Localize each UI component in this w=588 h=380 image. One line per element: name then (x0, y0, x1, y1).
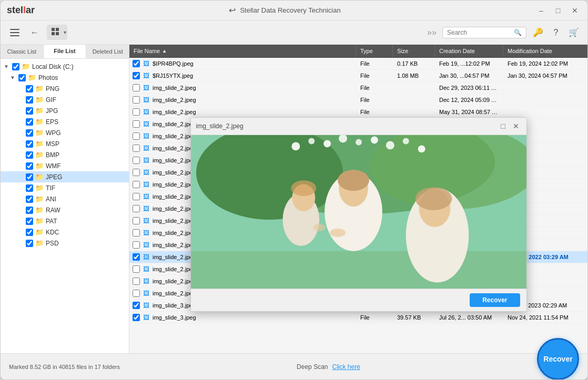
prev-arrow-button[interactable]: »» (425, 26, 438, 39)
tree-item-msp[interactable]: 📁 MSP (1, 138, 129, 149)
table-row: 🖼 img_slide_2.jpeg File Dec 12, 2024 05:… (129, 94, 587, 106)
tree-item-local-disk[interactable]: ▼ 📁 Local Disk (C:) (1, 61, 129, 72)
tree-item-jpeg[interactable]: 📁 JPEG (1, 171, 129, 182)
help-icon-button[interactable]: ? (549, 25, 563, 40)
folder-icon: 📁 (35, 129, 44, 137)
key-icon-button[interactable]: 🔑 (531, 25, 545, 40)
tree-checkbox-eps[interactable] (26, 118, 33, 126)
tree-item-png[interactable]: 📁 PNG (1, 83, 129, 94)
tab-classic-list[interactable]: Classic List (1, 45, 44, 58)
tree-checkbox-psd[interactable] (26, 240, 33, 247)
click-here-link[interactable]: Click here (332, 363, 360, 371)
header-type[interactable]: Type (356, 45, 393, 57)
file-name: img_slide_2.jpeg (153, 85, 196, 91)
file-checkbox[interactable] (133, 241, 140, 249)
file-checkbox[interactable] (133, 229, 140, 237)
preview-recover-button[interactable]: Recover (470, 293, 520, 307)
tree-item-pat[interactable]: 📁 PAT (1, 215, 129, 227)
grid-view-button[interactable] (48, 26, 63, 39)
sort-arrow-icon: ▲ (162, 48, 167, 54)
tree-item-raw[interactable]: 📁 RAW (1, 204, 129, 215)
file-checkbox[interactable] (133, 181, 140, 188)
search-icon: 🔍 (514, 29, 522, 36)
tree-checkbox-png[interactable] (26, 85, 33, 93)
file-name: img_slide_2.jpeg (153, 218, 196, 224)
preview-close-button[interactable]: ✕ (511, 121, 521, 131)
file-checkbox[interactable] (133, 265, 140, 273)
tree-checkbox-wpg[interactable] (26, 129, 33, 137)
table-row: 🖼 $IPR4BPQ.jpeg File 0.17 KB Feb 19, ...… (129, 58, 587, 70)
header-modification[interactable]: Modification Date (503, 45, 587, 57)
file-checkbox[interactable] (133, 278, 140, 285)
svg-point-28 (313, 224, 326, 231)
header-size[interactable]: Size (393, 45, 435, 57)
tree-item-wmf[interactable]: 📁 WMF (1, 160, 129, 171)
file-checkbox[interactable] (133, 120, 140, 128)
file-checkbox[interactable] (133, 314, 140, 321)
file-name-cell[interactable]: 🖼 img_slide_2.jpeg (129, 84, 356, 91)
cart-icon-button[interactable]: 🛒 (566, 25, 581, 40)
svg-point-26 (415, 187, 452, 210)
tree-checkbox-wmf[interactable] (26, 162, 33, 170)
tree-checkbox-kdc[interactable] (26, 229, 33, 236)
file-name-cell[interactable]: 🖼 $RJ15YTX.jpeg (129, 72, 356, 79)
tree-item-gif[interactable]: 📁 GIF (1, 94, 129, 105)
file-checkbox[interactable] (133, 72, 140, 79)
file-name-cell[interactable]: 🖼 img_slide_2.jpeg (129, 96, 356, 104)
tree-item-eps[interactable]: 📁 EPS (1, 116, 129, 127)
file-checkbox[interactable] (133, 84, 140, 91)
header-creation[interactable]: Creation Date (435, 45, 503, 57)
tab-deleted-list[interactable]: Deleted List (86, 45, 129, 58)
tree-checkbox-pat[interactable] (26, 218, 33, 225)
close-button[interactable]: ✕ (569, 4, 581, 17)
tree-item-bmp[interactable]: 📁 BMP (1, 149, 129, 160)
tree-label-wmf: WMF (46, 162, 61, 170)
file-checkbox[interactable] (133, 96, 140, 104)
file-creation: Jan 30, ...04:57 PM (435, 71, 503, 80)
file-checkbox[interactable] (133, 290, 140, 297)
tree-checkbox-raw[interactable] (26, 207, 33, 214)
minimize-button[interactable]: – (535, 4, 548, 17)
tree-checkbox-photos[interactable] (18, 74, 26, 81)
file-name-cell[interactable]: 🖼 img_slide_3.jpeg (129, 314, 356, 321)
tree-checkbox-msp[interactable] (26, 140, 33, 148)
preview-restore-button[interactable]: □ (498, 121, 509, 131)
search-input[interactable] (447, 29, 511, 36)
file-checkbox[interactable] (133, 253, 140, 261)
file-checkbox[interactable] (133, 157, 140, 164)
tree-checkbox-local-disk[interactable] (12, 63, 19, 70)
tree-checkbox-gif[interactable] (26, 96, 33, 104)
tree-item-kdc[interactable]: 📁 KDC (1, 227, 129, 238)
file-checkbox[interactable] (133, 169, 140, 176)
header-filename[interactable]: File Name ▲ (129, 45, 356, 57)
tree-checkbox-jpg[interactable] (26, 107, 33, 115)
tab-file-list[interactable]: File List (44, 45, 87, 58)
tree-item-psd[interactable]: 📁 PSD (1, 238, 129, 249)
tree-item-jpg[interactable]: 📁 JPG (1, 105, 129, 116)
folder-icon: 📁 (22, 63, 30, 70)
menu-button[interactable] (7, 25, 23, 40)
file-checkbox[interactable] (133, 60, 140, 67)
tree-item-tif[interactable]: 📁 TIF (1, 182, 129, 193)
tree-item-photos[interactable]: ▼ 📁 Photos (1, 72, 129, 83)
file-checkbox[interactable] (133, 217, 140, 224)
tree-checkbox-bmp[interactable] (26, 151, 33, 159)
tree-checkbox-jpeg[interactable] (26, 173, 33, 181)
file-type: File (356, 59, 393, 68)
file-name-cell[interactable]: 🖼 img_slide_2.jpeg (129, 108, 356, 116)
file-checkbox[interactable] (133, 193, 140, 200)
file-checkbox[interactable] (133, 145, 140, 152)
tree-item-wpg[interactable]: 📁 WPG (1, 127, 129, 138)
tree-label-psd: PSD (46, 240, 59, 247)
file-checkbox[interactable] (133, 108, 140, 116)
file-checkbox[interactable] (133, 205, 140, 212)
file-checkbox[interactable] (133, 302, 140, 309)
file-name-cell[interactable]: 🖼 $IPR4BPQ.jpeg (129, 60, 356, 67)
maximize-button[interactable]: □ (552, 4, 564, 17)
tree-checkbox-ani[interactable] (26, 196, 33, 203)
file-checkbox[interactable] (133, 132, 140, 140)
tree-checkbox-tif[interactable] (26, 184, 33, 192)
back-button[interactable]: ← (27, 25, 43, 40)
tree-item-ani[interactable]: 📁 ANI (1, 193, 129, 204)
search-bar[interactable]: 🔍 (442, 27, 526, 38)
